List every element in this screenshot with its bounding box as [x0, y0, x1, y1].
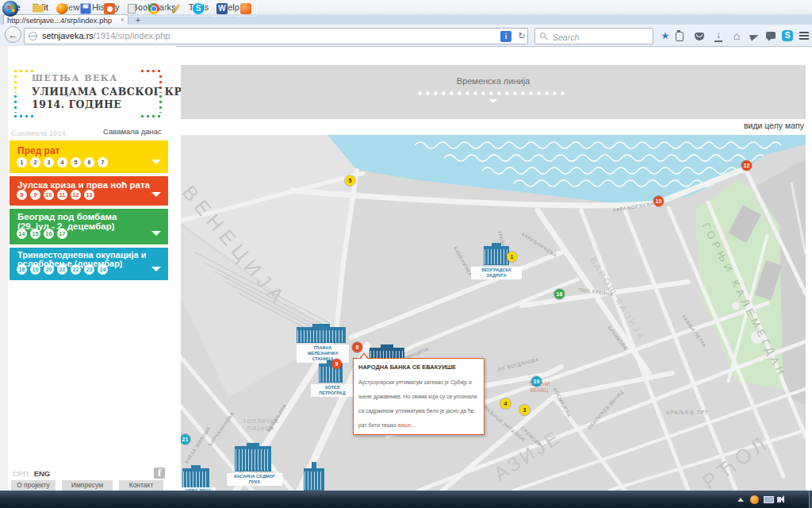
reload-icon[interactable]: ↻ — [516, 30, 527, 42]
category-belgrade-bombed[interactable]: Београд под бомбама (29. јул - 2. децемб… — [10, 209, 168, 244]
hello-bubble-icon[interactable] — [766, 32, 776, 39]
map-marker-12[interactable]: 12 — [741, 160, 752, 171]
taskbar-skype[interactable]: S — [187, 1, 209, 17]
poi-number[interactable]: 6 — [84, 157, 94, 167]
bookmark-star-icon[interactable]: ★ — [658, 30, 672, 41]
building-bottom-left-icon[interactable] — [182, 468, 209, 489]
poi-number[interactable]: 17 — [57, 229, 67, 239]
building-beogradska-zadruga-icon[interactable] — [484, 246, 509, 265]
building-kasarna-icon[interactable] — [235, 446, 271, 471]
tab-title: http://setnjave...4/srp/index.php — [7, 16, 112, 25]
download-icon[interactable]: ↓ — [712, 29, 725, 42]
poi-number[interactable]: 1 — [17, 157, 27, 167]
building-narodna-banka-icon[interactable] — [370, 348, 404, 359]
search-bar[interactable] — [534, 28, 653, 44]
taskbar-media-player[interactable] — [98, 1, 121, 17]
poi-number[interactable]: 7 — [98, 157, 108, 167]
poi-number[interactable]: 12 — [71, 190, 81, 200]
toggle-savamala-danas[interactable]: Савамала данас — [103, 127, 162, 136]
toggle-savamala-1914[interactable]: Савамала 1914. — [11, 129, 68, 137]
back-button[interactable]: ← — [5, 26, 21, 43]
chevron-down-icon[interactable] — [151, 160, 161, 164]
poi-number[interactable]: 18 — [17, 264, 27, 275]
menu-hamburger-icon[interactable] — [799, 32, 809, 33]
skype-toolbar-icon[interactable]: S — [782, 30, 793, 41]
hidden-icons-chevron[interactable] — [737, 498, 744, 502]
category-pre-war[interactable]: Пред рат 1 2 3 4 5 6 7 — [10, 140, 168, 173]
poi-number[interactable]: 19 — [30, 264, 40, 275]
map-marker-16[interactable]: 16 — [554, 289, 565, 299]
city-map[interactable]: ВЕНЕЦИЈА ГОРЊИ КАЛЕМЕГДАН ВАРОШ КАПИЈА А… — [181, 135, 806, 491]
map-marker-3[interactable]: 3 — [519, 405, 530, 415]
lang-srp[interactable]: СРП — [13, 469, 29, 478]
show-desktop-button[interactable] — [809, 491, 812, 508]
poi-number[interactable]: 2 — [30, 157, 40, 167]
chevron-down-icon[interactable] — [151, 267, 161, 271]
building-label: КАСАРНА СЕДМОГ ПУКА — [227, 473, 282, 486]
poi-number[interactable]: 9 — [30, 190, 40, 200]
map-marker-19[interactable]: 19 — [531, 376, 542, 387]
taskbar-word[interactable]: W — [211, 1, 233, 17]
poi-number[interactable]: 16 — [44, 229, 54, 239]
map-marker-5[interactable]: 5 — [345, 175, 355, 186]
building-railway-station-icon[interactable] — [297, 327, 346, 343]
taskbar-firefox[interactable] — [51, 1, 73, 17]
poi-number[interactable]: 14 — [17, 229, 27, 239]
popup-more-link[interactable]: више... — [398, 422, 416, 428]
view-full-map-link[interactable]: види целу мапу — [181, 121, 804, 130]
reading-list-icon[interactable] — [676, 32, 684, 41]
poi-number[interactable]: 3 — [44, 157, 54, 167]
category-label: Пред рат — [17, 145, 59, 156]
taskbar-chrome[interactable] — [143, 1, 165, 17]
identity-globe-icon[interactable] — [29, 32, 37, 40]
poi-number[interactable]: 4 — [57, 157, 67, 167]
page-action-icon[interactable]: i — [500, 31, 511, 42]
map-marker-1[interactable]: 1 — [507, 252, 517, 262]
poi-number[interactable]: 21 — [57, 264, 67, 275]
poi-number[interactable]: 20 — [44, 264, 54, 275]
network-tray-icon[interactable] — [764, 496, 774, 503]
taskbar-floppy-app[interactable] — [75, 1, 97, 17]
logo-dots-red — [141, 70, 162, 72]
taskbar-clock[interactable]: 14:12 — [787, 0, 806, 17]
chevron-down-icon[interactable] — [151, 192, 161, 197]
map-marker-8[interactable]: 8 — [352, 342, 362, 352]
antivirus-tray-icon[interactable] — [750, 495, 759, 504]
search-input[interactable] — [551, 29, 649, 44]
building-church-icon[interactable] — [304, 468, 324, 491]
map-marker-10[interactable]: 10 — [653, 196, 664, 206]
tray-language[interactable]: EN — [715, 0, 726, 17]
poi-number[interactable]: 10 — [44, 190, 54, 200]
lang-eng[interactable]: ENG — [34, 469, 51, 478]
poi-number[interactable]: 24 — [98, 264, 108, 275]
category-occupation[interactable]: Тринаестодневна окупација и ослобођење (… — [10, 248, 168, 280]
poi-number[interactable]: 22 — [71, 264, 81, 275]
start-button[interactable] — [2, 1, 18, 17]
map-marker-4[interactable]: 4 — [500, 398, 511, 409]
timeline-band: Временска линија — [181, 65, 806, 119]
contact-button[interactable]: Контакт — [119, 480, 163, 491]
chevron-down-icon[interactable] — [151, 231, 161, 236]
poi-number[interactable]: 23 — [84, 264, 94, 275]
volume-tray-icon[interactable] — [777, 497, 781, 502]
impressum-button[interactable]: Импресум — [62, 480, 113, 491]
poi-number[interactable]: 8 — [17, 190, 27, 200]
home-icon[interactable]: ⌂ — [730, 30, 744, 41]
facebook-icon[interactable]: f — [154, 468, 165, 479]
about-project-button[interactable]: О пројекту — [11, 480, 56, 491]
map-marker-9[interactable]: 9 — [331, 359, 342, 369]
poi-number[interactable]: 15 — [30, 229, 40, 239]
folder-icon — [33, 6, 44, 13]
site-logo[interactable]: ШЕТЊА ВЕКА УЛИЦАМА САВСКОГ КРАЈА 1914. Г… — [10, 67, 168, 121]
poi-number[interactable]: 11 — [57, 190, 67, 200]
poi-number[interactable]: 13 — [84, 190, 94, 200]
taskbar-explorer[interactable] — [27, 1, 49, 17]
url-bar[interactable]: setnjaveka.rs/1914/srp/index.php i ↻ — [24, 28, 528, 44]
timeline-chevron-icon[interactable] — [489, 99, 497, 103]
timeline-dots[interactable] — [418, 91, 569, 95]
category-july-crisis[interactable]: Јулска криза и прва ноћ рата 8 9 10 11 1… — [10, 176, 168, 206]
taskbar-photo-app[interactable] — [235, 1, 257, 17]
taskbar-document[interactable] — [121, 1, 143, 17]
taskbar-feather-app[interactable] — [165, 1, 187, 17]
poi-number[interactable]: 5 — [71, 157, 81, 167]
